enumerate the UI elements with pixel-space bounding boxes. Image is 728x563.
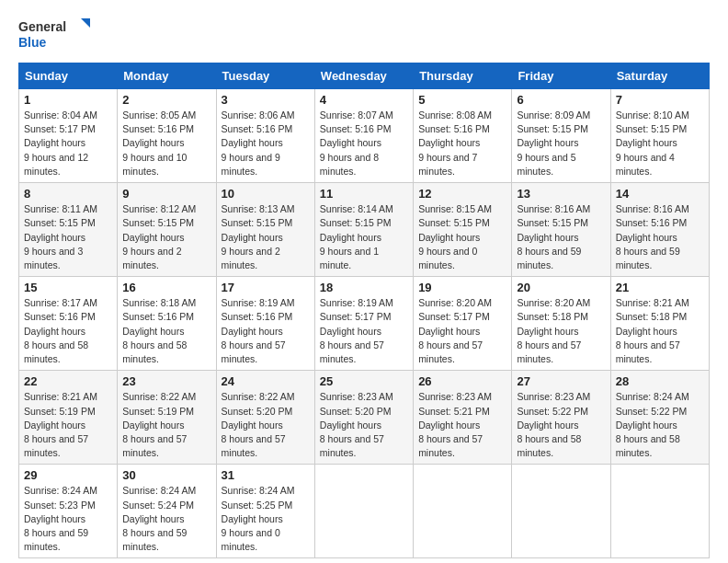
day-number: 16 — [122, 281, 210, 294]
day-cell-3: 3Sunrise: 8:06 AMSunset: 5:16 PMDaylight… — [216, 89, 314, 183]
weekday-sunday: Sunday — [19, 63, 118, 89]
day-number: 3 — [222, 93, 310, 107]
day-number: 2 — [122, 93, 210, 107]
day-cell-20: 20Sunrise: 8:20 AMSunset: 5:18 PMDayligh… — [512, 277, 610, 371]
day-number: 26 — [418, 374, 506, 388]
day-number: 30 — [122, 468, 210, 482]
day-info: Sunrise: 8:09 AMSunset: 5:15 PMDaylight … — [517, 109, 605, 178]
day-number: 17 — [222, 281, 310, 294]
day-cell-26: 26Sunrise: 8:23 AMSunset: 5:21 PMDayligh… — [414, 371, 512, 465]
day-number: 24 — [222, 374, 310, 388]
day-info: Sunrise: 8:24 AMSunset: 5:24 PMDaylight … — [122, 484, 210, 554]
week-row-2: 8Sunrise: 8:11 AMSunset: 5:15 PMDaylight… — [19, 183, 710, 277]
day-info: Sunrise: 8:22 AMSunset: 5:20 PMDaylight … — [222, 390, 310, 460]
day-cell-27: 27Sunrise: 8:23 AMSunset: 5:22 PMDayligh… — [512, 371, 610, 465]
day-cell-13: 13Sunrise: 8:16 AMSunset: 5:15 PMDayligh… — [512, 183, 610, 277]
day-cell-9: 9Sunrise: 8:12 AMSunset: 5:15 PMDaylight… — [118, 183, 216, 277]
day-number: 28 — [616, 374, 704, 388]
day-cell-25: 25Sunrise: 8:23 AMSunset: 5:20 PMDayligh… — [314, 371, 413, 465]
day-number: 12 — [418, 187, 506, 201]
day-cell-12: 12Sunrise: 8:15 AMSunset: 5:15 PMDayligh… — [414, 183, 512, 277]
day-cell-17: 17Sunrise: 8:19 AMSunset: 5:16 PMDayligh… — [216, 277, 314, 371]
day-number: 29 — [24, 468, 112, 482]
svg-text:Blue: Blue — [18, 35, 47, 50]
day-info: Sunrise: 8:13 AMSunset: 5:15 PMDaylight … — [222, 202, 310, 272]
day-info: Sunrise: 8:19 AMSunset: 5:17 PMDaylight … — [320, 296, 408, 366]
day-cell-7: 7Sunrise: 8:10 AMSunset: 5:15 PMDaylight… — [610, 89, 709, 183]
empty-cell — [512, 465, 610, 558]
day-info: Sunrise: 8:12 AMSunset: 5:15 PMDaylight … — [122, 202, 210, 272]
weekday-monday: Monday — [118, 63, 216, 89]
day-cell-5: 5Sunrise: 8:08 AMSunset: 5:16 PMDaylight… — [414, 89, 512, 183]
day-info: Sunrise: 8:04 AMSunset: 5:17 PMDaylight … — [24, 109, 112, 178]
day-info: Sunrise: 8:06 AMSunset: 5:16 PMDaylight … — [222, 109, 310, 178]
day-info: Sunrise: 8:16 AMSunset: 5:15 PMDaylight … — [517, 202, 605, 272]
svg-marker-1 — [81, 18, 90, 28]
day-info: Sunrise: 8:14 AMSunset: 5:15 PMDaylight … — [320, 202, 408, 272]
weekday-wednesday: Wednesday — [314, 63, 413, 89]
empty-cell — [610, 465, 709, 558]
calendar-table: SundayMondayTuesdayWednesdayThursdayFrid… — [18, 63, 710, 558]
day-cell-10: 10Sunrise: 8:13 AMSunset: 5:15 PMDayligh… — [216, 183, 314, 277]
logo-svg: General Blue — [18, 17, 92, 53]
day-number: 4 — [320, 93, 408, 107]
day-cell-21: 21Sunrise: 8:21 AMSunset: 5:18 PMDayligh… — [610, 277, 709, 371]
day-number: 27 — [517, 374, 605, 388]
day-number: 22 — [24, 374, 112, 388]
day-info: Sunrise: 8:15 AMSunset: 5:15 PMDaylight … — [418, 202, 506, 272]
day-cell-2: 2Sunrise: 8:05 AMSunset: 5:16 PMDaylight… — [118, 89, 216, 183]
day-info: Sunrise: 8:17 AMSunset: 5:16 PMDaylight … — [24, 296, 112, 366]
svg-text:General: General — [18, 19, 66, 34]
day-cell-8: 8Sunrise: 8:11 AMSunset: 5:15 PMDaylight… — [19, 183, 118, 277]
week-row-3: 15Sunrise: 8:17 AMSunset: 5:16 PMDayligh… — [19, 277, 710, 371]
day-info: Sunrise: 8:21 AMSunset: 5:18 PMDaylight … — [616, 296, 704, 366]
day-cell-24: 24Sunrise: 8:22 AMSunset: 5:20 PMDayligh… — [216, 371, 314, 465]
day-number: 14 — [616, 187, 704, 201]
day-number: 8 — [24, 187, 112, 201]
day-number: 10 — [222, 187, 310, 201]
day-info: Sunrise: 8:08 AMSunset: 5:16 PMDaylight … — [418, 109, 506, 178]
day-info: Sunrise: 8:24 AMSunset: 5:22 PMDaylight … — [616, 390, 704, 460]
weekday-saturday: Saturday — [610, 63, 709, 89]
day-number: 23 — [122, 374, 210, 388]
day-cell-4: 4Sunrise: 8:07 AMSunset: 5:16 PMDaylight… — [314, 89, 413, 183]
day-number: 19 — [418, 281, 506, 294]
day-info: Sunrise: 8:24 AMSunset: 5:25 PMDaylight … — [222, 484, 310, 554]
day-number: 31 — [222, 468, 310, 482]
day-info: Sunrise: 8:18 AMSunset: 5:16 PMDaylight … — [122, 296, 210, 366]
day-cell-22: 22Sunrise: 8:21 AMSunset: 5:19 PMDayligh… — [19, 371, 118, 465]
day-number: 18 — [320, 281, 408, 294]
day-cell-15: 15Sunrise: 8:17 AMSunset: 5:16 PMDayligh… — [19, 277, 118, 371]
day-cell-19: 19Sunrise: 8:20 AMSunset: 5:17 PMDayligh… — [414, 277, 512, 371]
empty-cell — [314, 465, 413, 558]
day-number: 15 — [24, 281, 112, 294]
day-number: 7 — [616, 93, 704, 107]
day-number: 9 — [122, 187, 210, 201]
day-number: 6 — [517, 93, 605, 107]
day-number: 1 — [24, 93, 112, 107]
weekday-tuesday: Tuesday — [216, 63, 314, 89]
day-cell-28: 28Sunrise: 8:24 AMSunset: 5:22 PMDayligh… — [610, 371, 709, 465]
weekday-header-row: SundayMondayTuesdayWednesdayThursdayFrid… — [19, 63, 710, 89]
empty-cell — [414, 465, 512, 558]
day-info: Sunrise: 8:23 AMSunset: 5:20 PMDaylight … — [320, 390, 408, 460]
day-cell-30: 30Sunrise: 8:24 AMSunset: 5:24 PMDayligh… — [118, 465, 216, 558]
day-info: Sunrise: 8:23 AMSunset: 5:22 PMDaylight … — [517, 390, 605, 460]
week-row-5: 29Sunrise: 8:24 AMSunset: 5:23 PMDayligh… — [19, 465, 710, 558]
day-cell-6: 6Sunrise: 8:09 AMSunset: 5:15 PMDaylight… — [512, 89, 610, 183]
day-cell-29: 29Sunrise: 8:24 AMSunset: 5:23 PMDayligh… — [19, 465, 118, 558]
day-info: Sunrise: 8:10 AMSunset: 5:15 PMDaylight … — [616, 109, 704, 178]
day-number: 20 — [517, 281, 605, 294]
day-cell-11: 11Sunrise: 8:14 AMSunset: 5:15 PMDayligh… — [314, 183, 413, 277]
weekday-friday: Friday — [512, 63, 610, 89]
day-cell-31: 31Sunrise: 8:24 AMSunset: 5:25 PMDayligh… — [216, 465, 314, 558]
day-number: 5 — [418, 93, 506, 107]
day-number: 25 — [320, 374, 408, 388]
day-cell-1: 1Sunrise: 8:04 AMSunset: 5:17 PMDaylight… — [19, 89, 118, 183]
day-info: Sunrise: 8:19 AMSunset: 5:16 PMDaylight … — [222, 296, 310, 366]
week-row-4: 22Sunrise: 8:21 AMSunset: 5:19 PMDayligh… — [19, 371, 710, 465]
day-info: Sunrise: 8:24 AMSunset: 5:23 PMDaylight … — [24, 484, 112, 554]
weekday-thursday: Thursday — [414, 63, 512, 89]
day-number: 11 — [320, 187, 408, 201]
header: General Blue — [18, 17, 710, 53]
